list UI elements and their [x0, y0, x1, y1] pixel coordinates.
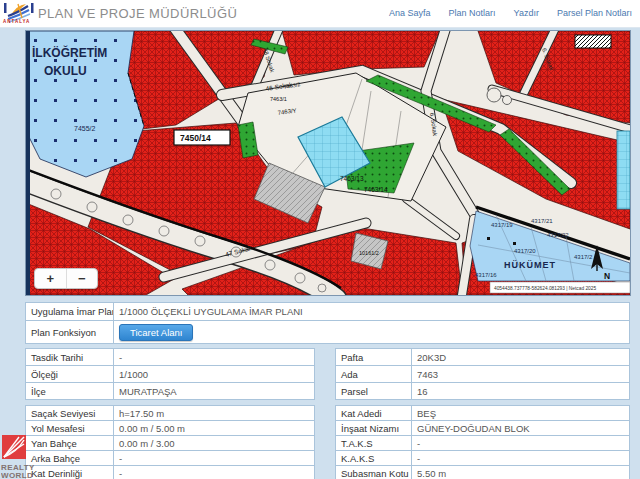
plan-type-label: Uygulama İmar Planı: [26, 303, 114, 321]
kaks-label: K.A.K.S: [336, 451, 412, 466]
government-dot: [487, 237, 490, 240]
government-dot: [513, 242, 516, 245]
edge-cyan-parcel: [617, 131, 630, 209]
zoning-right-table: Kat AdediBEŞ İnşaat NizamıGÜNEY-DOĞUDAN …: [335, 405, 630, 479]
floor-count-label: Kat Adedi: [336, 406, 412, 421]
hatched-symbol: [575, 35, 611, 48]
nav-print-link[interactable]: Yazdır: [514, 8, 539, 18]
plan-info-table: Uygulama İmar Planı 1/1000 ÖLÇEKLİ UYGUL…: [25, 302, 630, 344]
scale-value: 1/1000: [114, 366, 315, 383]
building-order-label: İnşaat Nizamı: [336, 421, 412, 436]
svg-text:7450/14: 7450/14: [180, 133, 211, 143]
zoning-map[interactable]: İLKÖĞRETİM OKULU 7455/2 4317/19 4317/21 …: [25, 30, 631, 296]
school-label-line2: OKULU: [44, 64, 87, 78]
side-garden-value: 0.00 m / 3.00: [114, 436, 315, 451]
plan-function-label: Plan Fonksiyon: [26, 321, 114, 344]
coordinates-bar: 4054438.737778-582624.081293 | Netcad 20…: [490, 282, 630, 293]
parcel-label-7463-1: 7463/1: [270, 96, 287, 102]
realty-world-logo-icon: [1, 434, 27, 460]
basement-level-value: 5.50 m: [412, 466, 630, 479]
rear-garden-label: Arka Bahçe: [26, 451, 114, 466]
main-nav: Ana Sayfa Plan Notları Yazdır Parsel Pla…: [389, 8, 632, 18]
page-title: PLAN VE PROJE MÜDÜRLÜĞÜ: [38, 6, 237, 21]
sheet-value: 20K3D: [412, 349, 630, 366]
gov-parcel-4317-2: 4317/2: [574, 254, 593, 260]
road-distance-value: 0.00 m / 5.00 m: [114, 421, 315, 436]
parcel-label-7463-13: 7463/13: [340, 175, 364, 182]
block-value: 7463: [412, 366, 630, 383]
approval-date-value: -: [114, 349, 315, 366]
gov-parcel-4317-21: 4317/21: [531, 218, 553, 224]
parcel-value: 16: [412, 383, 630, 400]
taks-label: T.A.K.S: [336, 436, 412, 451]
nav-parcel-plan-notes-link[interactable]: Parsel Plan Notları: [557, 8, 632, 18]
nav-home-link[interactable]: Ana Sayfa: [389, 8, 431, 18]
top-bar: ANTALYA PLAN VE PROJE MÜDÜRLÜĞÜ Ana Sayf…: [0, 0, 640, 28]
school-label-line1: İLKÖĞRETİM: [32, 45, 107, 60]
boxed-parcel-label: 7450/14: [174, 130, 230, 145]
gov-parcel-4317-19: 4317/19: [491, 222, 513, 228]
zoom-out-button[interactable]: −: [67, 269, 98, 288]
sheet-label: Pafta: [336, 349, 412, 366]
location-right-table: Pafta20K3D Ada7463 Parsel16: [335, 348, 630, 400]
svg-text:4054438.737778-582624.081293 |: 4054438.737778-582624.081293 | Netcad 20…: [494, 286, 596, 291]
taks-value: -: [412, 436, 630, 451]
school-parcel-label: 7455/2: [74, 125, 96, 132]
district-value: MURATPAŞA: [114, 383, 315, 400]
svg-text:N: N: [604, 271, 610, 281]
floor-depth-label: Kat Derinliği: [26, 466, 114, 479]
parcel-label-10161-2: 10161/2: [359, 250, 379, 256]
basement-level-label: Subasman Kotu: [336, 466, 412, 479]
logo-wordmark: ANTALYA: [3, 19, 30, 24]
gov-parcel-4317-16: 4317/16: [475, 272, 497, 278]
kaks-value: -: [412, 451, 630, 466]
gov-parcel-4317-22: 4317/22: [547, 232, 569, 238]
zoning-left-table: Saçak Seviyesih=17.50 m Yol Mesafesi0.00…: [25, 405, 315, 479]
scale-label: Ölçeği: [26, 366, 114, 383]
parcel-label: Parsel: [336, 383, 412, 400]
map-zoom-control: + −: [34, 268, 98, 289]
building-order-value: GÜNEY-DOĞUDAN BLOK: [412, 421, 630, 436]
eave-level-value: h=17.50 m: [114, 406, 315, 421]
map-left-margin: [26, 31, 30, 295]
nav-plan-notes-link[interactable]: Plan Notları: [449, 8, 496, 18]
rear-garden-value: -: [114, 451, 315, 466]
plan-type-value: 1/1000 ÖLÇEKLİ UYGULAMA İMAR PLANI: [114, 303, 630, 321]
block-label: Ada: [336, 366, 412, 383]
location-left-table: Tasdik Tarihi- Ölçeği1/1000 İlçeMURATPAŞ…: [25, 348, 315, 400]
road-distance-label: Yol Mesafesi: [26, 421, 114, 436]
approval-date-label: Tasdik Tarihi: [26, 349, 114, 366]
zoom-in-button[interactable]: +: [35, 269, 67, 288]
gov-parcel-4317-20: 4317/20: [514, 248, 536, 254]
zoning-map-canvas: İLKÖĞRETİM OKULU 7455/2 4317/19 4317/21 …: [26, 31, 630, 295]
floor-depth-value: -: [114, 466, 315, 479]
plan-function-button[interactable]: Ticaret Alanı: [119, 324, 193, 341]
floor-count-value: BEŞ: [412, 406, 630, 421]
parcel-label-7463-14: 7463/14: [364, 186, 388, 193]
side-garden-label: Yan Bahçe: [26, 436, 114, 451]
eave-level-label: Saçak Seviyesi: [26, 406, 114, 421]
district-label: İlçe: [26, 383, 114, 400]
government-label: HÜKÜMET: [504, 260, 556, 270]
